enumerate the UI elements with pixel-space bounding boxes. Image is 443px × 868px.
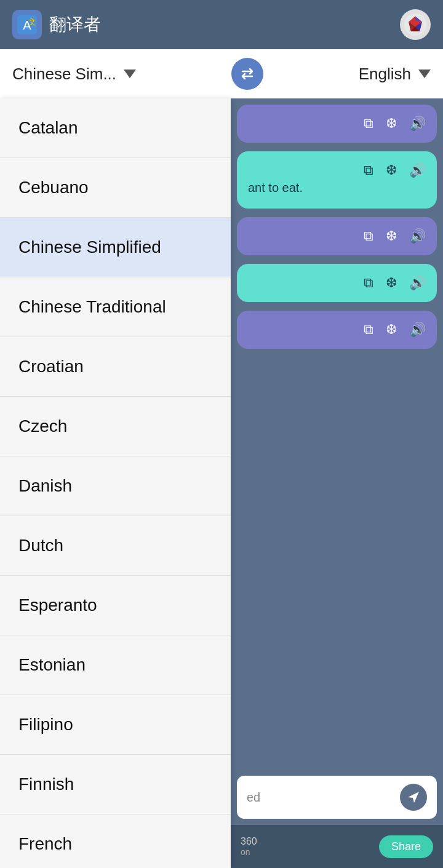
send-button[interactable] xyxy=(400,784,427,811)
bottom-bar: 360 on Share xyxy=(231,825,443,868)
language-option-finnish[interactable]: Finnish xyxy=(0,755,231,814)
volume-icon-3[interactable]: 🔊 xyxy=(409,228,426,244)
language-option-cebuano[interactable]: Cebuano xyxy=(0,158,231,218)
bubble-2-text: ant to eat. xyxy=(248,181,426,195)
source-lang-chevron-icon xyxy=(124,70,136,78)
bubble-1-icons: ⧉ ❆ 🔊 xyxy=(248,113,426,134)
chat-bubble-2: ⧉ ❆ 🔊 ant to eat. xyxy=(237,151,437,209)
volume-icon-5[interactable]: 🔊 xyxy=(409,322,426,338)
translate-app-icon: A 文 xyxy=(12,10,42,39)
share-button[interactable]: Share xyxy=(379,835,433,858)
bottom-number: 360 xyxy=(241,836,257,847)
language-option-filipino[interactable]: Filipino xyxy=(0,695,231,755)
language-option-esperanto[interactable]: Esperanto xyxy=(0,576,231,635)
copy-icon-3[interactable]: ⧉ xyxy=(364,228,373,244)
share-icon-5[interactable]: ❆ xyxy=(386,322,397,338)
target-lang-label: English xyxy=(359,65,411,84)
input-field-text[interactable]: ed xyxy=(247,790,394,805)
copy-icon-5[interactable]: ⧉ xyxy=(364,322,373,338)
bottom-info: 360 on xyxy=(241,836,257,857)
user-avatar[interactable] xyxy=(400,9,431,40)
language-option-croatian[interactable]: Croatian xyxy=(0,337,231,397)
language-option-dutch[interactable]: Dutch xyxy=(0,516,231,576)
language-dropdown: CatalanCebuanoChinese SimplifiedChinese … xyxy=(0,98,231,868)
input-bar: ed xyxy=(237,776,437,819)
copy-icon[interactable]: ⧉ xyxy=(364,116,373,132)
volume-icon-2[interactable]: 🔊 xyxy=(409,162,426,178)
source-lang-selector[interactable]: Chinese Sim... xyxy=(12,65,136,84)
bubble-3-icons: ⧉ ❆ 🔊 xyxy=(248,226,426,247)
target-lang-selector[interactable]: English xyxy=(359,65,431,84)
language-option-danish[interactable]: Danish xyxy=(0,456,231,516)
copy-icon-2[interactable]: ⧉ xyxy=(364,162,373,178)
app-header: A 文 翻译者 xyxy=(0,0,443,49)
chat-bubble-5: ⧉ ❆ 🔊 xyxy=(237,311,437,349)
chat-bubble-3: ⧉ ❆ 🔊 xyxy=(237,217,437,255)
share-icon-3[interactable]: ❆ xyxy=(386,228,397,244)
header-left: A 文 翻译者 xyxy=(12,10,101,39)
target-lang-chevron-icon xyxy=(418,70,431,78)
swap-languages-button[interactable] xyxy=(231,58,263,90)
share-icon-4[interactable]: ❆ xyxy=(386,275,397,291)
chat-bubble-1: ⧉ ❆ 🔊 xyxy=(237,105,437,143)
language-option-chinese-traditional[interactable]: Chinese Traditional xyxy=(0,277,231,337)
language-bar: Chinese Sim... English xyxy=(0,49,443,98)
language-option-catalan[interactable]: Catalan xyxy=(0,98,231,158)
bubble-4-icons: ⧉ ❆ 🔊 xyxy=(248,273,426,293)
bubble-5-icons: ⧉ ❆ 🔊 xyxy=(248,319,426,340)
bottom-sub: on xyxy=(241,847,257,857)
app-title: 翻译者 xyxy=(49,13,101,36)
bubble-2-icons: ⧉ ❆ 🔊 xyxy=(248,160,426,181)
language-option-chinese-simplified[interactable]: Chinese Simplified xyxy=(0,218,231,277)
copy-icon-4[interactable]: ⧉ xyxy=(364,275,373,291)
source-lang-label: Chinese Sim... xyxy=(12,65,116,84)
volume-icon-4[interactable]: 🔊 xyxy=(409,275,426,291)
chat-bubble-4: ⧉ ❆ 🔊 xyxy=(237,264,437,302)
volume-icon[interactable]: 🔊 xyxy=(409,116,426,132)
language-option-french[interactable]: French xyxy=(0,814,231,868)
share-icon[interactable]: ❆ xyxy=(386,116,397,132)
svg-text:文: 文 xyxy=(28,17,36,26)
share-icon-2[interactable]: ❆ xyxy=(386,162,397,178)
language-option-czech[interactable]: Czech xyxy=(0,397,231,456)
language-option-estonian[interactable]: Estonian xyxy=(0,635,231,695)
chat-area: ⧉ ❆ 🔊 ⧉ ❆ 🔊 ant to eat. ⧉ ❆ 🔊 ⧉ ❆ 🔊 ⧉ xyxy=(231,98,443,868)
